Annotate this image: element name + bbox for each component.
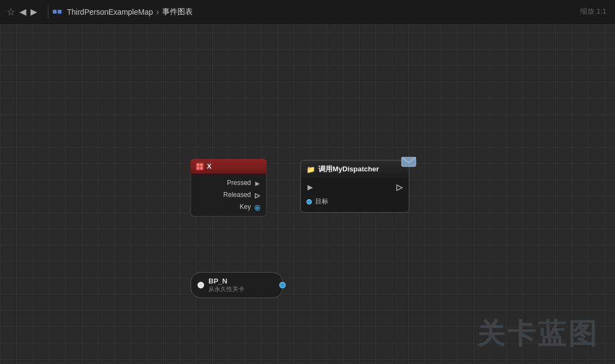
x-node-icon — [196, 163, 204, 170]
dispatcher-file-icon: 📁 — [306, 165, 315, 174]
star-icon[interactable]: ☆ — [7, 6, 15, 18]
bp-node-dot — [198, 282, 204, 288]
breadcrumb: ThirdPersonExampleMap › 事件图表 — [53, 7, 193, 17]
topbar-divider — [48, 5, 48, 18]
back-icon[interactable]: ◀ — [20, 7, 26, 17]
svg-marker-1 — [255, 194, 260, 198]
blueprint-canvas[interactable]: X Pressed Released — [0, 24, 615, 364]
key-pin-row: Key — [191, 201, 266, 213]
key-pin[interactable] — [254, 203, 261, 210]
zoom-label: 缩放 1:1 — [580, 7, 606, 16]
watermark: 关卡蓝图 — [477, 315, 599, 353]
dispatcher-header: 📁 调用MyDispatcher — [300, 160, 409, 178]
bp-node-name: BP_N — [208, 277, 276, 285]
bp-node-sub: 从永久性关卡 — [208, 285, 276, 293]
dispatcher-body: 目标 — [300, 178, 409, 213]
x-node-title: X — [207, 162, 212, 170]
dispatcher-node[interactable]: 📁 调用MyDispatcher — [300, 160, 409, 213]
breadcrumb-section: 事件图表 — [162, 7, 193, 17]
svg-marker-6 — [397, 185, 402, 190]
dispatcher-exec-out-pin[interactable] — [396, 184, 403, 192]
breadcrumb-map: ThirdPersonExampleMap — [67, 8, 153, 16]
map-icon — [53, 10, 61, 14]
bp-node-label: BP_N 从永久性关卡 — [208, 277, 276, 293]
svg-marker-5 — [308, 185, 313, 190]
svg-marker-0 — [255, 182, 260, 186]
forward-icon[interactable]: ▶ — [30, 7, 37, 17]
bp-node-body: BP_N 从永久性关卡 — [190, 272, 283, 298]
released-pin-row: Released — [191, 189, 266, 201]
envelope-icon — [401, 155, 416, 167]
bp-node[interactable]: BP_N 从永久性关卡 — [190, 272, 283, 298]
topbar: ☆ ◀ ▶ ThirdPersonExampleMap › 事件图表 缩放 1:… — [0, 0, 615, 24]
bp-output-pin[interactable] — [279, 282, 286, 288]
pressed-label: Pressed — [227, 179, 251, 187]
released-pin[interactable] — [254, 192, 261, 198]
x-key-node[interactable]: X Pressed Released — [190, 159, 267, 217]
svg-point-3 — [256, 207, 259, 209]
topbar-nav-icons: ☆ ◀ ▶ — [7, 6, 37, 18]
x-node-header: X — [190, 159, 267, 174]
released-label: Released — [223, 191, 251, 199]
connections-svg — [0, 24, 163, 106]
dispatcher-target-row: 目标 — [301, 194, 409, 209]
dispatcher-title: 调用MyDispatcher — [318, 164, 379, 174]
target-label: 目标 — [315, 197, 328, 206]
target-pin[interactable] — [306, 199, 312, 205]
breadcrumb-separator: › — [156, 7, 159, 17]
key-label: Key — [239, 203, 251, 211]
pressed-pin[interactable] — [254, 180, 261, 186]
x-node-body: Pressed Released Key — [190, 174, 267, 217]
pressed-pin-row: Pressed — [191, 177, 266, 189]
dispatcher-exec-in-pin[interactable] — [306, 184, 314, 192]
dispatcher-exec-row — [301, 181, 409, 194]
